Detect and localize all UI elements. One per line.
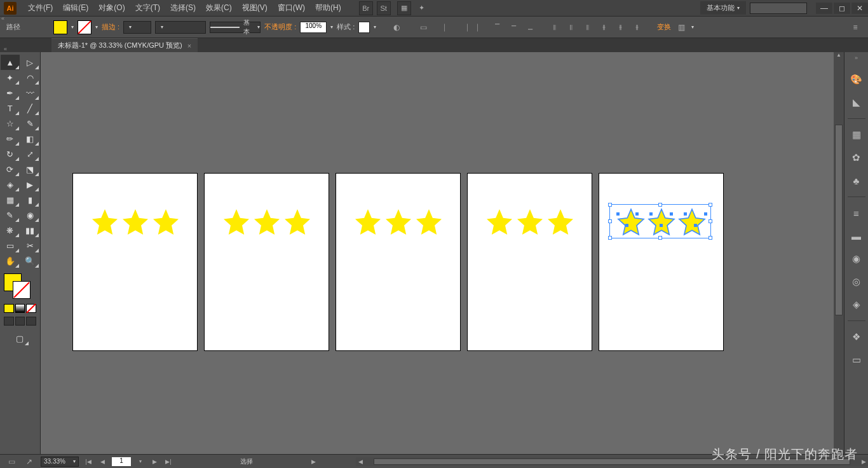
status-icon-2[interactable]: ↗: [23, 455, 36, 468]
variable-width-dropdown[interactable]: [155, 21, 206, 34]
direct-selection-tool[interactable]: ▷: [21, 55, 40, 70]
slice-tool[interactable]: ✂: [21, 238, 40, 253]
status-icon-1[interactable]: ▭: [5, 455, 18, 468]
close-button[interactable]: ✕: [851, 3, 868, 14]
chevron-down-icon[interactable]: ▾: [71, 24, 74, 30]
align-bottom-icon[interactable]: ⎽: [524, 21, 536, 34]
prev-artboard-icon[interactable]: ◀: [98, 457, 107, 466]
lasso-tool[interactable]: ◠: [21, 70, 40, 85]
first-artboard-icon[interactable]: |◀: [84, 457, 93, 466]
chevron-down-icon[interactable]: ▾: [330, 24, 333, 30]
stroke-weight-dropdown[interactable]: [123, 21, 151, 34]
transparency-panel-icon[interactable]: ◉: [848, 251, 865, 267]
star-shape[interactable]: [282, 207, 313, 237]
star-shape[interactable]: [221, 207, 252, 237]
artboard-selected[interactable]: [599, 173, 724, 351]
artboard-tool[interactable]: ▭: [1, 238, 20, 253]
brushes-panel-icon[interactable]: ✿: [848, 149, 865, 166]
fill-stroke-swatches[interactable]: [0, 272, 40, 300]
selection-tool[interactable]: ▲: [1, 55, 20, 70]
distribute-v-icon[interactable]: ⫵: [597, 21, 610, 34]
collapse-left-icon[interactable]: «: [1, 15, 4, 22]
search-input[interactable]: [750, 3, 807, 14]
anchor-point[interactable]: [635, 212, 639, 216]
star-shape[interactable]: [414, 207, 444, 237]
width-tool[interactable]: ⟳: [1, 162, 20, 177]
align-vcenter-icon[interactable]: ⎻: [507, 21, 520, 34]
fill-color-swatch[interactable]: [53, 20, 67, 34]
curvature-tool[interactable]: 〰: [21, 85, 40, 100]
anchor-point[interactable]: [625, 224, 628, 227]
graphic-style-swatch[interactable]: [358, 22, 370, 33]
distribute-v3-icon[interactable]: ⫵: [630, 21, 643, 34]
distribute-v2-icon[interactable]: ⫵: [614, 21, 627, 34]
graphic-styles-panel-icon[interactable]: ◈: [848, 296, 865, 313]
menu-file[interactable]: 文件(F): [23, 0, 58, 16]
scrollbar-thumb[interactable]: [374, 458, 850, 465]
artboard[interactable]: [467, 173, 592, 351]
artboard-number-input[interactable]: 1: [112, 457, 131, 466]
align-btn[interactable]: ▭: [417, 21, 430, 34]
star-shape[interactable]: [353, 207, 383, 237]
star-shape[interactable]: [383, 207, 414, 237]
anchor-point[interactable]: [694, 224, 697, 227]
canvas[interactable]: ▲: [41, 52, 844, 454]
pen-tool[interactable]: ✒: [1, 85, 20, 100]
distribute-h-icon[interactable]: ⫴: [548, 21, 560, 34]
distribute-h3-icon[interactable]: ⫴: [581, 21, 593, 34]
scroll-up-icon[interactable]: ▲: [834, 52, 844, 61]
none-mode-swatch[interactable]: [26, 304, 36, 313]
opacity-label[interactable]: 不透明度 :: [264, 22, 296, 32]
vertical-scrollbar[interactable]: ▲: [834, 52, 844, 454]
stroke-panel-icon[interactable]: ≡: [848, 205, 865, 221]
anchor-point[interactable]: [660, 224, 663, 227]
symbol-sprayer-tool[interactable]: ❋: [1, 223, 20, 238]
align-hcenter-icon[interactable]: ⎹: [458, 21, 470, 34]
bridge-icon[interactable]: Br: [359, 1, 373, 15]
menu-object[interactable]: 对象(O): [93, 0, 130, 16]
align-right-icon[interactable]: ⎸: [474, 21, 487, 34]
rotate-tool[interactable]: ↻: [1, 146, 20, 162]
selection-handle[interactable]: [608, 203, 612, 207]
recolor-icon[interactable]: ◐: [390, 21, 403, 34]
chevron-down-icon[interactable]: ▾: [95, 24, 98, 30]
minimize-button[interactable]: —: [816, 3, 832, 14]
document-tab[interactable]: 未标题-1* @ 33.33% (CMYK/GPU 预览) ×: [51, 38, 198, 52]
selection-handle[interactable]: [608, 219, 612, 223]
selection-handle[interactable]: [658, 203, 662, 207]
star-shape[interactable]: [484, 207, 515, 237]
stroke-color-swatch[interactable]: [78, 20, 92, 34]
toolbox-stroke-swatch[interactable]: [13, 281, 31, 299]
magic-wand-tool[interactable]: ✦: [1, 70, 20, 85]
status-play-icon[interactable]: ▶: [309, 457, 318, 466]
stock-icon[interactable]: St: [377, 1, 391, 15]
layers-panel-icon[interactable]: ❖: [848, 329, 865, 345]
color-guide-panel-icon[interactable]: ◣: [848, 94, 865, 111]
free-transform-tool[interactable]: ⬔: [21, 162, 40, 177]
collapse-left-icon[interactable]: «: [4, 46, 7, 52]
color-mode-swatch[interactable]: [4, 304, 14, 313]
anchor-point[interactable]: [616, 212, 620, 216]
align-left-icon[interactable]: ⎸: [441, 21, 454, 34]
align-top-icon[interactable]: ⎺: [491, 21, 503, 34]
type-tool[interactable]: T: [1, 100, 20, 116]
anchor-point[interactable]: [649, 212, 653, 216]
star-shape[interactable]: [151, 207, 181, 237]
anchor-point[interactable]: [684, 212, 687, 216]
anchor-point[interactable]: [704, 212, 707, 216]
selection-bounding-box[interactable]: [609, 204, 711, 238]
artboard-dropdown-icon[interactable]: ▾: [136, 457, 145, 466]
draw-behind-icon[interactable]: [15, 317, 25, 326]
pencil-tool[interactable]: ✏: [1, 131, 20, 146]
horizontal-scrollbar[interactable]: ◀ ▶: [356, 457, 868, 466]
draw-normal-icon[interactable]: [4, 317, 14, 326]
line-tool[interactable]: ╱: [21, 100, 40, 116]
last-artboard-icon[interactable]: ▶|: [164, 457, 173, 466]
next-artboard-icon[interactable]: ▶: [150, 457, 159, 466]
hand-tool[interactable]: ✋: [1, 253, 20, 268]
gradient-tool[interactable]: ▮: [21, 192, 40, 207]
selection-handle[interactable]: [709, 236, 712, 240]
eraser-tool[interactable]: ◧: [21, 131, 40, 146]
panel-menu-icon[interactable]: ≡: [849, 21, 862, 34]
isolate-icon[interactable]: ▥: [675, 21, 688, 34]
